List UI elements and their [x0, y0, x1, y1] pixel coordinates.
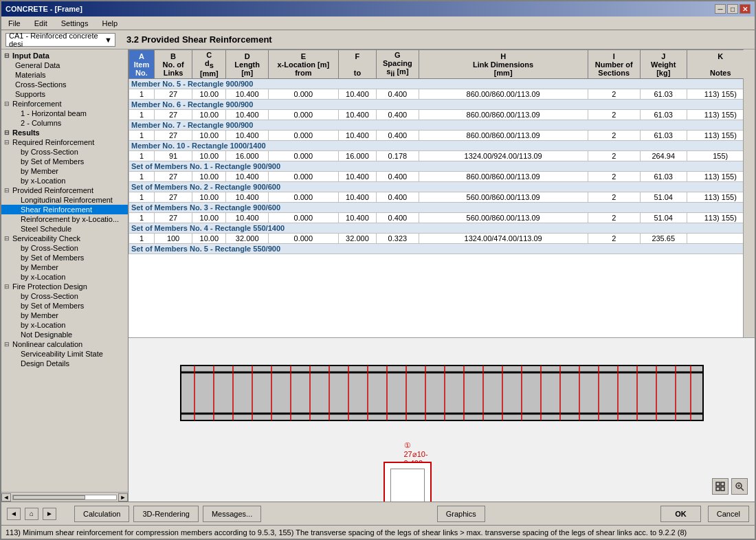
table-row[interactable]: 12710.0010.4000.00010.4000.400560.00/860… [129, 192, 755, 203]
table-cell-0: 1 [129, 172, 155, 182]
table-cell-6: 0.323 [377, 234, 419, 244]
toolbar: CA1 - Reinforced concrete desi ▼ 3.2 Pro… [1, 30, 755, 49]
zoom-button[interactable] [731, 478, 748, 495]
table-cell-5: 10.400 [338, 192, 376, 203]
table-row[interactable]: 12710.0010.4000.00010.4000.400860.00/860… [129, 131, 755, 141]
sidebar-item-supports[interactable]: Supports [1, 89, 128, 99]
table-row[interactable]: 12710.0010.4000.00010.4000.400860.00/860… [129, 172, 755, 182]
table-row[interactable]: 12710.0010.4000.00010.4000.400560.00/860… [129, 213, 755, 223]
sidebar-item-general-data[interactable]: General Data [1, 60, 128, 70]
sidebar-item-req-cross-section[interactable]: by Cross-Section [1, 147, 128, 157]
table-cell-9: 264.94 [640, 151, 687, 161]
sidebar-item-not-designable[interactable]: Not Designable [1, 330, 128, 339]
nav-prev-button[interactable]: ◄ [7, 508, 21, 520]
sidebar-item-fire-protection[interactable]: ⊟ Fire Protection Design [1, 282, 128, 291]
table-group-header: Set of Members No. 4 - Rectangle 550/140… [129, 223, 755, 234]
table-row[interactable]: 12710.0010.4000.00010.4000.400860.00/860… [129, 89, 755, 100]
sidebar-item-reinf-x-location[interactable]: Reinforcement by x-Locatio... [1, 214, 128, 224]
title-bar: CONCRETE - [Frame] ─ □ ✕ [1, 1, 755, 16]
sidebar-item-columns[interactable]: 2 - Columns [1, 118, 128, 128]
sidebar-item-required-reinf[interactable]: ⊟ Required Reinforcement [1, 137, 128, 147]
sidebar-item-design-details[interactable]: Design Details [1, 359, 128, 368]
sidebar: ⊟ Input Data General Data Materials Cros… [1, 49, 129, 502]
sidebar-item-req-set-members[interactable]: by Set of Members [1, 157, 128, 166]
sidebar-item-steel-schedule[interactable]: Steel Schedule [1, 224, 128, 234]
sidebar-item-cross-sections[interactable]: Cross-Sections [1, 80, 128, 89]
table-cell-3: 32.000 [226, 234, 269, 244]
menu-file[interactable]: File [4, 19, 25, 28]
table-cell-2: 10.00 [192, 89, 226, 100]
table-cell-9: 61.03 [640, 131, 687, 141]
sidebar-item-provided-reinf[interactable]: ⊟ Provided Reinforcement [1, 185, 128, 195]
col-header-f: F to [338, 50, 376, 79]
col-header-b: BNo. ofLinks [154, 50, 192, 79]
hscroll-track[interactable] [12, 495, 117, 500]
table-cell-1: 27 [154, 213, 192, 223]
table-cell-5: 10.400 [338, 89, 376, 100]
sidebar-item-svc-set-members[interactable]: by Set of Members [1, 253, 128, 262]
menu-settings[interactable]: Settings [57, 19, 93, 28]
sidebar-item-svc-member[interactable]: by Member [1, 262, 128, 272]
table-row[interactable]: 19110.0016.0000.00016.0000.1781324.00/92… [129, 151, 755, 161]
table-cell-6: 0.400 [377, 213, 419, 223]
window-title: CONCRETE - [Frame] [5, 5, 82, 13]
table-scrollbar[interactable] [743, 49, 755, 337]
table-row[interactable]: 12710.0010.4000.00010.4000.400860.00/860… [129, 110, 755, 120]
svg-rect-0 [181, 365, 703, 420]
rendering-button[interactable]: 3D-Rendering [133, 506, 198, 522]
table-cell-7: 1324.00/474.00/113.09 [419, 234, 588, 244]
table-cell-5: 10.400 [338, 172, 376, 182]
sidebar-item-req-member[interactable]: by Member [1, 166, 128, 176]
nav-home-button[interactable]: ⌂ [25, 508, 38, 520]
table-cell-3: 16.000 [226, 151, 269, 161]
sidebar-item-shear[interactable]: Shear Reinforcement [1, 205, 128, 214]
calculation-button[interactable]: Calculation [74, 506, 129, 522]
messages-button[interactable]: Messages... [203, 506, 261, 522]
table-cell-4: 0.000 [268, 234, 338, 244]
menu-help[interactable]: Help [98, 19, 122, 28]
zoom-fit-button[interactable] [712, 478, 729, 495]
sidebar-item-svc-cross-section[interactable]: by Cross-Section [1, 243, 128, 253]
table-cell-0: 1 [129, 213, 155, 223]
nav-next-button[interactable]: ► [43, 508, 56, 520]
table-group-header: Member No. 7 - Rectangle 900/900 [129, 120, 755, 131]
table-wrapper[interactable]: AItemNo. BNo. ofLinks Cds[mm] DLength[m]… [129, 49, 755, 337]
graphics-button[interactable]: Graphics [437, 506, 485, 522]
col-header-c: Cds[mm] [192, 50, 226, 79]
ok-button[interactable]: OK [660, 506, 701, 522]
maximize-button[interactable]: □ [727, 4, 738, 14]
hscroll-right[interactable]: ► [118, 493, 128, 502]
sidebar-item-fire-set-members[interactable]: by Set of Members [1, 301, 128, 311]
table-group-header: Set of Members No. 2 - Rectangle 900/600 [129, 182, 755, 192]
table-cell-8: 2 [588, 151, 640, 161]
sidebar-item-sls[interactable]: Serviceability Limit State [1, 349, 128, 359]
content-area: AItemNo. BNo. ofLinks Cds[mm] DLength[m]… [129, 49, 755, 502]
sidebar-item-horiz-beam[interactable]: 1 - Horizontal beam [1, 109, 128, 118]
sidebar-item-nonlinear[interactable]: ⊟ Nonlinear calculation [1, 339, 128, 349]
svg-rect-31 [721, 482, 724, 486]
table-row[interactable]: 110010.0032.0000.00032.0000.3231324.00/4… [129, 234, 755, 244]
sidebar-item-materials[interactable]: Materials [1, 70, 128, 80]
close-button[interactable]: ✕ [740, 4, 751, 14]
sidebar-item-fire-member[interactable]: by Member [1, 311, 128, 320]
menu-edit[interactable]: Edit [30, 19, 52, 28]
sidebar-item-svc-x-location[interactable]: by x-Location [1, 272, 128, 282]
sidebar-item-longitudinal[interactable]: Longitudinal Reinforcement [1, 195, 128, 205]
cancel-button[interactable]: Cancel [708, 506, 749, 522]
minimize-button[interactable]: ─ [715, 4, 726, 14]
sidebar-item-reinforcement[interactable]: ⊟ Reinforcement [1, 99, 128, 109]
sidebar-item-serviceability[interactable]: ⊟ Serviceability Check [1, 234, 128, 243]
graphic-controls [712, 478, 748, 495]
col-header-d: DLength[m] [226, 50, 269, 79]
table-cell-7: 860.00/860.00/113.09 [419, 131, 588, 141]
sidebar-item-fire-x-location[interactable]: by x-Location [1, 320, 128, 330]
table-cell-9: 51.04 [640, 192, 687, 203]
hscroll-left[interactable]: ◄ [1, 493, 11, 502]
sidebar-header-results: ⊟ Results [1, 128, 128, 137]
beam-svg [167, 352, 717, 434]
sidebar-item-req-x-location[interactable]: by x-Location [1, 176, 128, 185]
table-cell-2: 10.00 [192, 151, 226, 161]
table-cell-3: 10.400 [226, 89, 269, 100]
design-case-dropdown[interactable]: CA1 - Reinforced concrete desi ▼ [5, 33, 115, 47]
sidebar-item-fire-cross-section[interactable]: by Cross-Section [1, 291, 128, 301]
